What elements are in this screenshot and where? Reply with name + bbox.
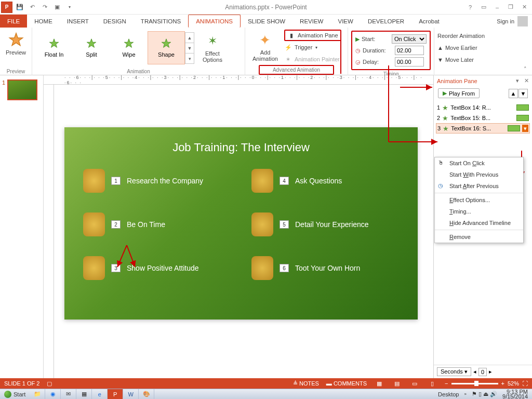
anim-item-1[interactable]: 1★TextBox 14: R... xyxy=(436,102,530,113)
zoom-out-button[interactable]: − xyxy=(445,380,448,387)
menu-start-after-previous[interactable]: ◷Start After Previous xyxy=(435,180,523,192)
bullet-5[interactable]: 5Detail Your Experience xyxy=(251,212,399,236)
seconds-select[interactable]: Seconds ▾ xyxy=(437,367,471,376)
chrome-icon[interactable]: ◉ xyxy=(45,389,61,400)
preview-button[interactable]: Preview xyxy=(3,30,29,58)
paint-icon[interactable]: 🎨 xyxy=(139,389,154,400)
animation-gallery[interactable]: Float In Split Wipe Shape ▲▼▾ xyxy=(35,31,194,64)
help-button[interactable]: ? xyxy=(466,3,475,12)
menu-timing[interactable]: Timing... xyxy=(435,206,523,217)
windows-taskbar: Start 📁 ◉ ✉ ▦ e P W 🎨 Desktop » ⚑ ▯ ⏏ 🔊 … xyxy=(0,389,532,399)
sorter-view-button[interactable]: ▤ xyxy=(392,379,402,388)
bullet-6[interactable]: 6Toot Your Own Horn xyxy=(251,256,399,280)
timeline-prev[interactable]: ◂ xyxy=(473,368,476,375)
thumb-slide-1[interactable]: 1 xyxy=(2,79,41,100)
qat-customize[interactable]: ▾ xyxy=(64,2,75,12)
outlook-icon[interactable]: ✉ xyxy=(61,389,76,400)
slide-title[interactable]: Job Training: The Interview xyxy=(83,141,399,154)
tab-slideshow[interactable]: SLIDE SHOW xyxy=(241,15,292,28)
tab-animations[interactable]: ANIMATIONS xyxy=(188,15,241,28)
menu-hide-timeline[interactable]: Hide Advanced Timeline xyxy=(435,217,523,229)
notes-button[interactable]: ≜ NOTES xyxy=(293,380,319,387)
tab-file[interactable]: FILE xyxy=(0,15,27,28)
gallery-wipe[interactable]: Wipe xyxy=(110,31,148,64)
save-button[interactable]: 💾 xyxy=(15,2,25,12)
zoom-in-button[interactable]: + xyxy=(501,380,504,387)
close-button[interactable]: ✕ xyxy=(520,3,529,12)
gallery-float-in[interactable]: Float In xyxy=(35,31,73,64)
normal-view-button[interactable]: ▦ xyxy=(374,379,384,388)
play-from-button[interactable]: ▶Play From xyxy=(438,88,480,98)
slide-canvas[interactable]: Job Training: The Interview 1Research th… xyxy=(64,127,418,320)
restore-button[interactable]: ❐ xyxy=(506,3,515,12)
animation-painter-button[interactable]: ✶Animation Painter xyxy=(284,54,341,65)
bullet-3[interactable]: 3Show Positive Attitude xyxy=(83,256,231,280)
start-select[interactable]: On Click xyxy=(392,34,427,44)
move-earlier-button[interactable]: ▲Move Earlier xyxy=(437,42,499,54)
undo-button[interactable]: ↶ xyxy=(27,2,37,12)
ribbon-tabs: FILE HOME INSERT DESIGN TRANSITIONS ANIM… xyxy=(0,15,532,28)
trigger-button[interactable]: ⚡Trigger▾ xyxy=(284,42,341,53)
zoom-slider[interactable] xyxy=(451,383,498,384)
effect-options-button[interactable]: ✶ Effect Options xyxy=(198,31,227,65)
tab-home[interactable]: HOME xyxy=(27,15,60,28)
add-animation-button[interactable]: ✦ Add Animation xyxy=(248,30,282,65)
tray-icons[interactable]: ⚑ ▯ ⏏ 🔊 xyxy=(472,391,497,397)
gallery-split[interactable]: Split xyxy=(73,31,110,64)
anim-item-3[interactable]: 3★TextBox 16: S...▾ xyxy=(436,123,530,134)
menu-remove[interactable]: Remove xyxy=(435,231,523,243)
fit-button[interactable]: ⛶ xyxy=(522,380,528,387)
gallery-shape[interactable]: Shape xyxy=(148,31,185,64)
animation-pane-button[interactable]: ▮Animation Pane xyxy=(284,30,341,41)
gallery-scroll-up[interactable]: ▲ xyxy=(185,32,194,43)
gallery-more[interactable]: ▾ xyxy=(185,53,194,64)
start-button[interactable]: Start xyxy=(0,391,30,398)
bullet-1[interactable]: 1Research the Company xyxy=(83,169,231,193)
system-clock[interactable]: 9:13 PM9/15/2014 xyxy=(502,390,528,399)
comments-button[interactable]: ▬ COMMENTS xyxy=(326,380,367,387)
slide-editor[interactable]: · · ·6· · ·|· · ·5· · ·|· · ·4· · ·|· · … xyxy=(44,75,433,378)
slideshow-view-button[interactable]: ▯ xyxy=(427,379,437,388)
start-slideshow-button[interactable]: ▣ xyxy=(52,2,62,12)
zoom-value[interactable]: 52% xyxy=(508,380,519,387)
ie-icon[interactable]: e xyxy=(92,389,108,400)
anim-item-2[interactable]: 2★TextBox 15: B... xyxy=(436,113,530,123)
slide-counter[interactable]: SLIDE 1 OF 2 xyxy=(4,380,39,387)
tab-insert[interactable]: INSERT xyxy=(60,15,96,28)
tab-design[interactable]: DESIGN xyxy=(96,15,134,28)
gallery-scroll-down[interactable]: ▼ xyxy=(185,43,194,54)
pane-close[interactable]: ✕ xyxy=(524,77,529,84)
tab-view[interactable]: VIEW xyxy=(330,15,360,28)
timeline-next[interactable]: ▸ xyxy=(489,368,492,375)
tab-transitions[interactable]: TRANSITIONS xyxy=(134,15,188,28)
move-later-button[interactable]: ▼Move Later xyxy=(437,54,499,65)
pane-options[interactable]: ▾ xyxy=(516,77,519,84)
bullet-4[interactable]: 4Ask Questions xyxy=(251,169,399,193)
redo-button[interactable]: ↷ xyxy=(39,2,50,12)
move-up-button[interactable]: ▲ xyxy=(509,89,518,98)
tab-acrobat[interactable]: Acrobat xyxy=(411,15,447,28)
tab-developer[interactable]: DEVELOPER xyxy=(361,15,411,28)
animation-context-menu: 🖱Start On Click Start With Previous ◷Sta… xyxy=(434,157,524,243)
powerpoint-taskbar-icon[interactable]: P xyxy=(108,389,123,400)
minimize-button[interactable]: – xyxy=(493,3,502,12)
tab-review[interactable]: REVIEW xyxy=(292,15,330,28)
effect-options-icon: ✶ xyxy=(204,33,221,49)
menu-effect-options[interactable]: Effect Options... xyxy=(435,194,523,206)
item-dropdown[interactable]: ▾ xyxy=(522,125,528,132)
menu-start-with-previous[interactable]: Start With Previous xyxy=(435,169,523,180)
bullet-2[interactable]: 2Be On Time xyxy=(83,212,231,236)
reading-view-button[interactable]: ▭ xyxy=(409,379,420,388)
ribbon-options-button[interactable]: ▭ xyxy=(479,3,488,12)
sign-in[interactable]: Sign in xyxy=(497,15,532,28)
spellcheck-icon[interactable]: ▢ xyxy=(47,380,52,387)
word-icon[interactable]: W xyxy=(123,389,139,400)
menu-start-on-click[interactable]: 🖱Start On Click xyxy=(435,157,523,169)
calculator-icon[interactable]: ▦ xyxy=(76,389,92,400)
delay-input[interactable] xyxy=(395,57,424,66)
collapse-ribbon-button[interactable]: ˄ xyxy=(521,64,530,74)
move-down-button[interactable]: ▼ xyxy=(518,89,528,98)
desktop-toolbar[interactable]: Desktop xyxy=(438,391,459,397)
explorer-icon[interactable]: 📁 xyxy=(30,389,45,400)
duration-input[interactable] xyxy=(395,46,424,55)
